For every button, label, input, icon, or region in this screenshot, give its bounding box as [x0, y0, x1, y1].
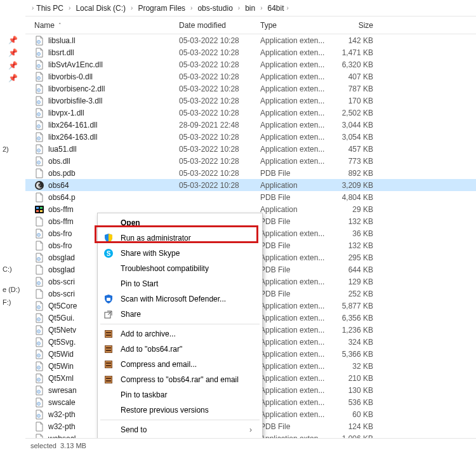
file-name: w32-pth	[48, 422, 76, 431]
file-name: libslua.ll	[48, 36, 76, 45]
blank-icon	[103, 389, 114, 401]
chevron-right-icon: ›	[284, 4, 291, 11]
breadcrumb-segment[interactable]: Local Disk (C:)	[76, 4, 126, 13]
menu-item[interactable]: Pin to Start	[99, 276, 261, 291]
file-name: obsglad	[48, 265, 75, 274]
file-type: PDB File	[260, 265, 330, 274]
file-type: Application exten...	[260, 72, 330, 81]
menu-item-label: Compress to "obs64.rar" and email	[121, 375, 252, 384]
menu-item[interactable]: Send to›	[99, 422, 261, 437]
file-row[interactable]: libvorbisenc-2.dll05-03-2022 10:28Applic…	[25, 83, 476, 95]
file-row[interactable]: obs.dll05-03-2022 10:28Application exten…	[25, 155, 476, 167]
file-date: 05-03-2022 10:28	[179, 60, 260, 69]
file-row[interactable]: obs64.pPDB File4,804 KB	[25, 191, 476, 203]
file-name: obsglad	[48, 253, 75, 262]
column-header-name[interactable]: Name ˄	[34, 21, 179, 30]
file-type: Application	[260, 181, 330, 190]
file-type: Application exten...	[260, 48, 330, 57]
file-name: libSvtAv1Enc.dll	[48, 60, 103, 69]
menu-item[interactable]: Compress to "obs64.rar" and email	[99, 372, 261, 387]
blank-icon	[103, 404, 114, 416]
menu-item[interactable]: Add to archive...	[99, 326, 261, 342]
file-type: PDB File	[260, 289, 330, 298]
file-name: obs.dll	[48, 157, 70, 166]
file-name: obs64	[48, 181, 69, 190]
file-size: 132 KB	[330, 217, 381, 226]
chevron-right-icon: ›	[128, 4, 135, 11]
file-date: 05-03-2022 10:28	[179, 36, 260, 45]
file-name: Qt5Netv	[48, 326, 76, 335]
blank-icon	[103, 263, 114, 274]
column-header-size[interactable]: Size	[330, 21, 381, 30]
file-size: 2,502 KB	[330, 109, 381, 117]
breadcrumb-segment[interactable]: bin	[245, 4, 255, 13]
file-name: obs.pdb	[48, 169, 76, 178]
breadcrumb-segment[interactable]: 64bit	[268, 4, 284, 13]
file-type: Application exten...	[260, 434, 330, 439]
menu-item[interactable]: Share	[99, 307, 261, 322]
menu-item[interactable]: Share with Skype	[99, 246, 261, 261]
file-size: 5,877 KB	[330, 302, 381, 310]
file-row[interactable]: libsrt.dll05-03-2022 10:28Application ex…	[25, 46, 476, 58]
file-type: Application exten...	[260, 229, 330, 238]
file-date: 05-03-2022 10:28	[179, 109, 260, 117]
column-header-type[interactable]: Type	[260, 21, 330, 30]
menu-item[interactable]: Scan with Microsoft Defender...	[99, 291, 261, 307]
file-name: lua51.dll	[48, 145, 77, 154]
file-size: 124 KB	[330, 422, 381, 431]
chevron-right-icon: ›	[235, 4, 242, 11]
file-row[interactable]: libx264-163.dll05-03-2022 10:28Applicati…	[25, 131, 476, 143]
file-type: Application exten...	[260, 253, 330, 262]
menu-item-label: Open	[121, 218, 252, 227]
breadcrumb-segment[interactable]: obs-studio	[197, 4, 232, 13]
status-selected-size: 3.13 MB	[60, 442, 86, 449]
file-size: 536 KB	[330, 398, 381, 407]
file-size: 1,006 KB	[330, 434, 381, 439]
breadcrumb[interactable]: › This PC›Local Disk (C:)›Program Files›…	[25, 0, 476, 17]
menu-item[interactable]: Pin to taskbar	[99, 387, 261, 402]
file-row[interactable]: libvpx-1.dll05-03-2022 10:28Application …	[25, 107, 476, 119]
file-name: libvorbisfile-3.dll	[48, 96, 102, 105]
file-date: 05-03-2022 10:28	[179, 169, 260, 178]
drive-label: C:)	[3, 265, 12, 273]
menu-item[interactable]: Compress and email...	[99, 357, 261, 372]
column-headers: Name ˄ Date modified Type Size	[25, 17, 476, 34]
column-header-date[interactable]: Date modified	[179, 21, 260, 30]
quick-access-gutter: 📌 📌 📌 📌 2) C:) e (D:) F:)	[0, 0, 25, 452]
file-name: swresan	[48, 386, 77, 395]
file-size: 29 KB	[330, 205, 381, 214]
file-size: 3,209 KB	[330, 181, 381, 190]
file-size: 32 KB	[330, 362, 381, 371]
file-row[interactable]: libx264-161.dll28-09-2021 22:48Applicati…	[25, 119, 476, 131]
file-row[interactable]: obs6405-03-2022 10:28Application3,209 KB	[25, 179, 476, 191]
file-row[interactable]: libvorbis-0.dll05-03-2022 10:28Applicati…	[25, 70, 476, 83]
menu-item[interactable]: Add to "obs64.rar"	[99, 342, 261, 357]
blank-icon	[103, 278, 114, 289]
file-size: 252 KB	[330, 289, 381, 298]
file-row[interactable]: obs.pdb05-03-2022 10:28PDB File892 KB	[25, 167, 476, 179]
file-type: Application exten...	[260, 121, 330, 130]
menu-item[interactable]: Restore previous versions	[99, 402, 261, 418]
file-row[interactable]: libslua.ll05-03-2022 10:28Application ex…	[25, 34, 476, 46]
file-name: obs-fro	[48, 241, 72, 250]
file-name: websocl	[48, 434, 76, 439]
file-row[interactable]: libSvtAv1Enc.dll05-03-2022 10:28Applicat…	[25, 58, 476, 70]
menu-separator	[100, 420, 260, 420]
file-type: PDB File	[260, 193, 330, 202]
breadcrumb-segment[interactable]: Program Files	[138, 4, 185, 13]
menu-item[interactable]: Open	[99, 215, 261, 230]
menu-item-label: Scan with Microsoft Defender...	[121, 295, 252, 303]
file-row[interactable]: lua51.dll05-03-2022 10:28Application ext…	[25, 143, 476, 155]
file-size: 60 KB	[330, 410, 381, 419]
file-name: Qt5Win	[48, 362, 74, 371]
file-size: 3,044 KB	[330, 121, 381, 130]
file-date: 05-03-2022 10:28	[179, 72, 260, 81]
file-type: Application exten...	[260, 326, 330, 335]
menu-item[interactable]: Troubleshoot compatibility	[99, 261, 261, 276]
menu-item[interactable]: Run as administrator	[99, 230, 261, 246]
file-row[interactable]: libvorbisfile-3.dll05-03-2022 10:28Appli…	[25, 95, 476, 107]
file-name: libvorbis-0.dll	[48, 72, 93, 81]
menu-item-label: Compress and email...	[121, 360, 252, 369]
file-list[interactable]: libslua.ll05-03-2022 10:28Application ex…	[25, 34, 476, 438]
breadcrumb-segment[interactable]: This PC	[36, 4, 63, 13]
